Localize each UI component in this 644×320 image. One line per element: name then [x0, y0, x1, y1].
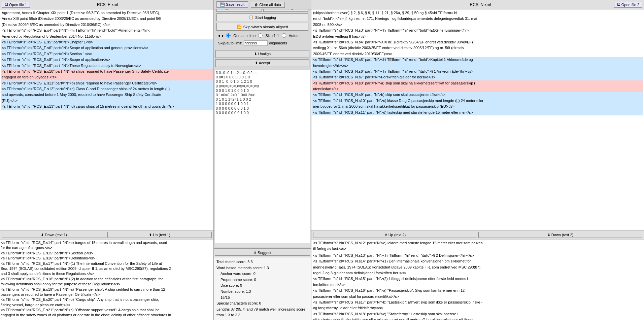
list-item: <s TEIform="s" id="RCS_E.s5" part="N">Ch…	[1, 39, 213, 45]
up-text1-button[interactable]: ⬆ Up (text 1)	[107, 232, 212, 238]
accept-button[interactable]: ⬆ Accept	[215, 59, 309, 67]
radio-auto[interactable]	[282, 33, 286, 38]
list-item: hovedregler</hi></s>	[312, 63, 643, 69]
open-file-2-button[interactable]: Open file 2	[614, 2, 642, 8]
limit-row: Skip/auto limit: alignments	[216, 40, 308, 46]
suggest-bar: ⬆ Suggest	[214, 248, 311, 257]
matrix-scrollbar[interactable]	[215, 243, 310, 247]
list-item: 0 0=0=0=0=0=0=0=0=0=0	[216, 84, 309, 88]
list-item: <s TEIform="s" id="RCS_N.s12" part="N">e…	[312, 240, 643, 246]
matrix-content: 3 0=0=0 1==2==0=0 2==0 0=1 0 0 0 0 0 0 1…	[215, 70, 310, 243]
list-item: 0 0 1=0=0 1 0=1 2 1 0	[216, 79, 309, 84]
list-item: Anchor word score: 0	[216, 271, 308, 277]
list-item: <s TEIform="s" id="RCS_E.s8" part="N">Sc…	[1, 57, 213, 63]
log-icon: 📋	[249, 15, 253, 20]
radio-skip-1-1[interactable]	[258, 33, 263, 38]
list-item: <s TEIform="s" id="RCS_E.s12" part="N">c…	[1, 86, 213, 92]
list-item: utenriksfart</s>	[312, 86, 643, 92]
list-item: <s TEIform="s" id="RCS_N.s15" part="N">(…	[312, 276, 643, 282]
list-item: engaged in the safety zones of oil platf…	[1, 313, 213, 318]
list-item: fishing vessel, barge or pleasure craft;…	[1, 303, 213, 308]
down-text1-button[interactable]: ⬇ Down (text 1)	[2, 232, 106, 238]
save-result-button[interactable]: 💾 Save result	[216, 1, 248, 8]
list-item: Amended by Regulation of 5 September 201…	[1, 34, 213, 39]
list-item: <s TEIform="s" id="RCS_N.s14" part="N">(…	[312, 258, 643, 264]
list-item: (EU);</s>	[1, 98, 213, 104]
left-header: Open file 1 RCS_E.xml	[0, 0, 213, 9]
list-item: rend="bold">,</hi> jf. kgl.res. nr. 171,…	[312, 16, 643, 22]
list-item: <s TEIform="s" id="RCS_N.s8" part="N">a)…	[312, 80, 643, 86]
list-item: 0 0=1 0 0 0 0 0 0 1 0	[216, 75, 309, 79]
list-item: 0 1=0=0 2=0 1 0=0 2==	[216, 93, 309, 97]
middle-panel: 🔒 Anchor words ⚙ Settings 📋 Start loggin…	[214, 0, 311, 320]
skip-icon: 🔀	[237, 25, 242, 29]
list-item: mer bygget før 1. mai 2000 som skal ha s…	[312, 104, 643, 109]
list-item: Word based methods score: 1.3	[216, 265, 308, 271]
list-item: <s TEIform="s" id="RCS_N.s6" part="N"><h…	[312, 69, 643, 74]
list-item: <s TEIform="s" id="RCS_E.s6" part="N">Sc…	[1, 45, 213, 51]
toolbar: 💾 Save result 🗑 Clear all data	[214, 0, 311, 9]
list-item: Sea, 1974 (SOLAS) consolidated edition 2…	[1, 266, 213, 271]
dots-indicator: ● ●	[218, 34, 224, 38]
list-item: Annex XIII point 56cb (Directive 2003/25…	[1, 16, 213, 22]
list-item: passengers or required to have a Passeng…	[1, 292, 213, 297]
list-item: Special characters score: 0	[216, 300, 308, 307]
right-header: RCS_N.xml Open file 2	[311, 0, 644, 9]
list-item: EØS-avtalen vedlegg II kap.</s>	[312, 34, 643, 39]
radio-one-at-a-time[interactable]	[226, 33, 231, 38]
list-item: <s TEIform="s" id="RCS_E.s7" part="N">Se…	[1, 51, 213, 57]
right-nav-bar: ⬆ Up (text 2) ⬇ Down (text 2)	[311, 230, 644, 239]
list-item: passasjerer eller som skal ha passasjers…	[312, 294, 643, 299]
list-item: <s TEIform="s" id="RCS_N.s9" part="N">b)…	[312, 92, 643, 98]
list-item: (skipssikkerhetsloven) § 2, § 6, § 9, § …	[312, 10, 643, 16]
list-item: <s TEIform="s" id="RCS_N.s17" part="N">b…	[312, 299, 643, 305]
start-logging-button[interactable]: 📋 Start logging	[216, 13, 308, 21]
list-item: sikkerhetssonen til oljeplattformer elle…	[312, 317, 643, 320]
list-item: <s TEIform="s" id="RCS_N.s16" part="N">a…	[312, 288, 643, 293]
list-item: <s TEIform="s" id="RCS_E.s20" part="N">b…	[1, 297, 213, 302]
list-item: <s TEIform="s" id="RCS_E.s16" part="N">D…	[1, 256, 213, 261]
list-item: <s TEIform="s" id="RCS_N.s7" part="N">Fo…	[312, 74, 643, 80]
list-item: regel 2 og 3 gjelder som definisjoner i …	[312, 270, 643, 276]
list-item: forskriften med</s>	[312, 282, 643, 288]
list-item: 0 0 0 0 0 0 0 0 0 1 0	[216, 106, 309, 111]
list-item: and 3 shall apply as definitions in thes…	[1, 271, 213, 276]
list-item: <s TEIform="s" id="RCS_N.s4" part="N">XI…	[312, 39, 643, 45]
list-item: Proper name score: 0	[216, 277, 308, 283]
list-item: 0 0 0 0 0 0 0 0 1 0 0	[216, 111, 309, 115]
left-nav-bar: ⬇ Down (text 1) ⬆ Up (text 1)	[0, 230, 213, 239]
list-item: for the carriage of cargoes.</s>	[1, 245, 213, 250]
list-item: 3 0=0=0 1==2==0=0 2==	[216, 71, 309, 75]
list-item: menneskeliv til sjøs, 1974 (SOLAS) konso…	[312, 264, 643, 270]
up-text2-button[interactable]: ⬆ Up (text 2)	[313, 232, 477, 238]
limit-input[interactable]	[244, 40, 268, 46]
list-item: 2009/45/EF endret ved direktiv 2010/36/E…	[312, 51, 643, 57]
list-item: 1 0 0 0 0 0 0 1 0 0 1	[216, 102, 309, 106]
list-item: vedlegg XIII nr. 56cb (direktiv 2003/25/…	[312, 45, 643, 51]
list-item: <s TEIform="s" id="RCS_E.s21" part="N">c…	[1, 308, 213, 313]
suggest-button[interactable]: ⬆ Suggest	[215, 250, 310, 256]
left-panel: Open file 1 RCS_E.xml Agreement, Annex I…	[0, 0, 214, 320]
list-item: <s TEIform="s" id="RCS_N.s10" part="N">c…	[312, 98, 643, 104]
left-file-title: RCS_E.xml	[30, 2, 185, 7]
list-item: <s TEIform="s" id="RCS_E.s10" part="N">a…	[1, 69, 213, 74]
down-text2-button[interactable]: ⬇ Down (text 2)	[478, 232, 642, 238]
list-item: Number score: 1.3	[216, 289, 308, 295]
list-item: til føring av last.</s>	[312, 246, 643, 252]
list-item: <s TEIform="s" id="RCS_E.s18" part="N">(…	[1, 277, 213, 282]
list-item: 2008 nr. 590.</s>	[312, 22, 643, 28]
unalign-button[interactable]: ⬇ Unalign	[215, 50, 309, 58]
list-item: (Directive 2009/45/EC as amended by Dire…	[1, 22, 213, 28]
list-item: engaged on foreign voyages;</s>	[1, 74, 213, 80]
skip-aligned-button[interactable]: 🔀 Skip what's already aligned	[216, 23, 308, 31]
list-item: <s TEIform="s" id="RCS_E.s9" part="N">Th…	[1, 63, 213, 69]
list-item: <s TEIform="s" id="RCS_E.s4" part="N"><h…	[1, 28, 213, 33]
list-item: og fangstfartøy, lekter eller fritidsfar…	[312, 305, 643, 311]
left-text-top: Agreement, Annex II Chapter XIX point 1 …	[0, 9, 213, 230]
list-item: <s TEIform="s" id="RCS_E.s11" part="N">b…	[1, 80, 213, 86]
open-file-1-button[interactable]: Open file 1	[2, 2, 30, 8]
list-item: <s TEIform="s" id="RCS_E.s17" part="N">(…	[1, 261, 213, 266]
list-item: <s TEIform="s" id="RCS_E.s14" part="N">e…	[1, 240, 213, 245]
matrix-area: 3 0=0=0 1==2==0=0 2==0 0=1 0 0 0 0 0 0 1…	[215, 70, 310, 247]
clear-all-button[interactable]: 🗑 Clear all data	[251, 2, 285, 8]
